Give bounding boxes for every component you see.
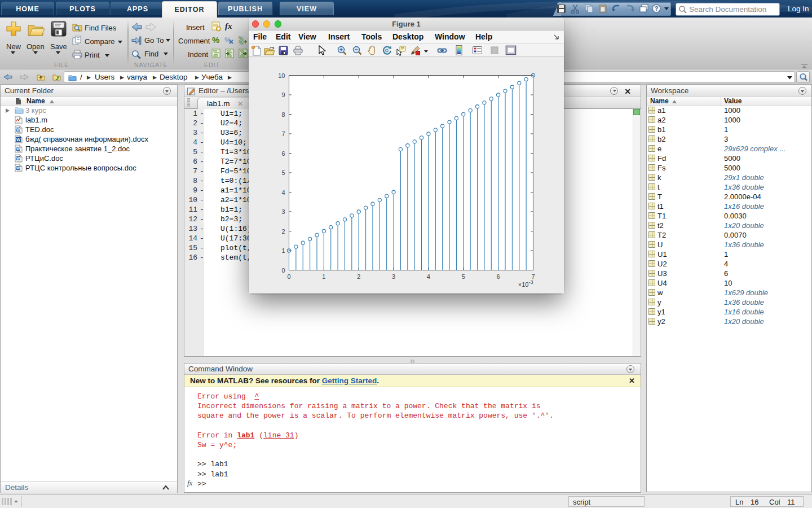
svg-text:3: 3 <box>392 273 395 280</box>
svg-text:1: 1 <box>281 247 285 254</box>
svg-text:?: ? <box>655 5 659 12</box>
svg-text:%: % <box>212 35 219 45</box>
svg-text:9: 9 <box>281 91 285 98</box>
svg-text:4: 4 <box>281 189 285 196</box>
svg-text:10: 10 <box>278 72 285 79</box>
svg-text:0: 0 <box>281 267 285 274</box>
svg-text:W: W <box>16 137 21 142</box>
svg-text:5: 5 <box>281 169 285 176</box>
svg-text:8: 8 <box>281 111 285 118</box>
svg-text:%: % <box>239 40 244 45</box>
svg-text:W: W <box>16 156 20 160</box>
svg-text:6: 6 <box>497 273 500 280</box>
svg-text:0: 0 <box>287 273 290 280</box>
svg-text:6: 6 <box>281 150 285 157</box>
svg-text:4: 4 <box>427 273 430 280</box>
svg-text:7: 7 <box>281 130 285 137</box>
svg-text:5: 5 <box>462 273 465 280</box>
svg-text:3: 3 <box>281 208 285 215</box>
svg-text:1: 1 <box>322 273 325 280</box>
svg-text:W: W <box>16 166 20 170</box>
svg-text:2: 2 <box>281 228 285 235</box>
svg-text:2: 2 <box>357 273 360 280</box>
svg-text:W: W <box>16 128 20 132</box>
svg-text:W: W <box>16 147 20 151</box>
